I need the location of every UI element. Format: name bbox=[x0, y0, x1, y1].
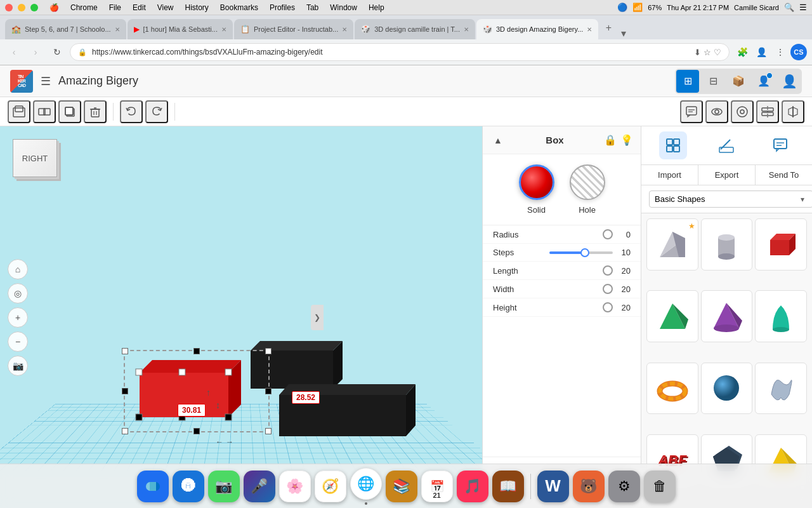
reload-button[interactable]: ↻ bbox=[48, 43, 66, 61]
tab-4[interactable]: 🎲 3D design camille train | T... ✕ bbox=[355, 19, 475, 39]
viewport[interactable]: RIGHT ⌂ ◎ + − 📷 bbox=[0, 126, 482, 508]
dock-siri[interactable]: 🎤 bbox=[244, 471, 275, 502]
hamburger-menu[interactable]: ☰ bbox=[41, 74, 51, 88]
profile-icon[interactable]: 👤 bbox=[752, 43, 770, 61]
home-view-btn[interactable]: ⌂ bbox=[8, 259, 28, 279]
tab-5[interactable]: 🎲 3D design Amazing Bigery... ✕ bbox=[476, 19, 598, 39]
solid-btn[interactable]: Solid bbox=[519, 164, 554, 215]
dock-chrome[interactable]: 🌐 bbox=[350, 468, 382, 505]
tab-overflow-button[interactable]: ▾ bbox=[619, 27, 629, 39]
list-view-btn[interactable]: ⊟ bbox=[702, 70, 724, 93]
properties-collapse-btn[interactable]: ❯ bbox=[311, 305, 324, 330]
length-circle-input[interactable] bbox=[603, 265, 613, 276]
dock-facetime[interactable]: 📷 bbox=[208, 471, 240, 502]
width-circle-input[interactable] bbox=[603, 284, 613, 294]
shape-item-paraboloid[interactable] bbox=[755, 290, 807, 342]
shape-item-torus[interactable] bbox=[646, 363, 698, 415]
ungroup-btn[interactable] bbox=[33, 100, 56, 123]
extensions-icon[interactable]: 🧩 bbox=[733, 43, 751, 61]
tab-1[interactable]: 🏫 Step 5, 6, and 7 | Schoolo... ✕ bbox=[5, 19, 126, 39]
shapes-grid-icon[interactable] bbox=[659, 131, 687, 159]
delete-btn[interactable] bbox=[84, 100, 107, 123]
menu-extras-icon[interactable]: ☰ bbox=[799, 3, 807, 12]
menu-file[interactable]: File bbox=[104, 2, 126, 13]
hide-btn[interactable] bbox=[705, 100, 728, 123]
shape-item-knot[interactable] bbox=[755, 363, 807, 415]
tab-3[interactable]: 📋 Project Editor - Instructab... ✕ bbox=[234, 19, 353, 39]
send-to-btn[interactable]: Send To bbox=[756, 165, 812, 185]
dock-books[interactable]: 📚 bbox=[386, 471, 417, 502]
menu-history[interactable]: History bbox=[180, 2, 214, 13]
dock-chrome-item[interactable]: 🌐 bbox=[350, 468, 382, 505]
menu-chrome[interactable]: Chrome bbox=[65, 2, 103, 13]
search-menu-icon[interactable]: 🔍 bbox=[784, 3, 794, 12]
hole-btn[interactable]: Hole bbox=[570, 164, 605, 215]
lock-icon[interactable]: 🔒 bbox=[604, 134, 617, 146]
tab-2-close[interactable]: ✕ bbox=[221, 26, 226, 33]
dock-appstore-item[interactable]: 🅐 bbox=[173, 471, 204, 502]
dock-word[interactable]: W bbox=[537, 471, 569, 502]
forward-button[interactable]: › bbox=[27, 43, 44, 61]
steps-slider[interactable] bbox=[549, 251, 613, 254]
dock-music-item[interactable]: 🎵 bbox=[457, 471, 488, 502]
dock-trash-item[interactable]: 🗑 bbox=[644, 471, 676, 502]
shape-item-sphere[interactable] bbox=[701, 363, 753, 415]
panel-collapse-btn[interactable]: ▲ bbox=[490, 133, 506, 148]
steps-slider-thumb[interactable] bbox=[580, 248, 589, 257]
radius-circle-input[interactable] bbox=[603, 229, 613, 239]
code-view-btn[interactable]: 📦 bbox=[727, 70, 750, 93]
shape-item-pyramid[interactable] bbox=[646, 290, 698, 342]
lightbulb-icon[interactable]: 💡 bbox=[620, 134, 633, 146]
align-left-btn[interactable] bbox=[731, 100, 754, 123]
duplicate-btn[interactable] bbox=[58, 100, 81, 123]
dock-bear[interactable]: 🐻 bbox=[573, 471, 605, 502]
dock-books2[interactable]: 📖 bbox=[492, 471, 524, 502]
grid-view-btn[interactable]: ⊞ bbox=[676, 70, 699, 93]
bookmark-icon[interactable]: ☆ bbox=[704, 48, 711, 57]
zoom-out-btn[interactable]: − bbox=[8, 331, 28, 352]
import-btn[interactable]: Import bbox=[641, 165, 698, 185]
redo-btn[interactable] bbox=[145, 100, 168, 123]
tab-3-close[interactable]: ✕ bbox=[342, 26, 347, 33]
view-cube[interactable]: RIGHT bbox=[13, 139, 63, 190]
dock-safari-item[interactable]: 🧭 bbox=[315, 471, 346, 502]
dock-books-item[interactable]: 📚 bbox=[386, 471, 417, 502]
close-window-btn[interactable] bbox=[5, 4, 13, 11]
dock-appstore[interactable]: 🅐 bbox=[173, 471, 204, 502]
more-menu-button[interactable]: ⋮ bbox=[771, 43, 789, 61]
height-circle-input[interactable] bbox=[603, 302, 613, 312]
dock-finder-item[interactable] bbox=[137, 471, 169, 502]
address-bar[interactable]: 🔒 https://www.tinkercad.com/things/bsdVX… bbox=[70, 43, 730, 61]
fullscreen-window-btn[interactable] bbox=[30, 4, 38, 11]
dock-music[interactable]: 🎵 bbox=[457, 471, 488, 502]
dock-siri-item[interactable]: 🎤 bbox=[244, 471, 275, 502]
dock-books2-item[interactable]: 📖 bbox=[492, 471, 524, 502]
shape-item-cylinder[interactable] bbox=[701, 218, 753, 271]
dock-calendar[interactable]: 📅 21 bbox=[421, 471, 453, 502]
dock-photos-item[interactable]: 🌸 bbox=[279, 471, 311, 502]
tab-4-close[interactable]: ✕ bbox=[464, 26, 469, 33]
fit-view-btn[interactable]: ◎ bbox=[8, 283, 28, 304]
document-title[interactable]: Amazing Bigery bbox=[58, 74, 667, 88]
mirror-btn[interactable] bbox=[782, 100, 804, 123]
zoom-in-btn[interactable]: + bbox=[8, 307, 28, 328]
menu-profiles[interactable]: Profiles bbox=[265, 2, 300, 13]
dock-trash[interactable]: 🗑 bbox=[644, 471, 676, 502]
dock-finder[interactable] bbox=[137, 471, 169, 502]
user-avatar[interactable]: CS bbox=[790, 44, 807, 60]
tab-1-close[interactable]: ✕ bbox=[115, 26, 120, 33]
shape-item-wedge[interactable]: ★ bbox=[646, 218, 698, 271]
comment-btn[interactable] bbox=[680, 100, 703, 123]
align-center-btn[interactable] bbox=[756, 100, 779, 123]
menu-tab[interactable]: Tab bbox=[301, 2, 324, 13]
group-btn[interactable] bbox=[8, 100, 30, 123]
tab-5-close[interactable]: ✕ bbox=[587, 26, 592, 33]
dock-word-item[interactable]: W bbox=[537, 471, 569, 502]
dock-safari[interactable]: 🧭 bbox=[315, 471, 346, 502]
shapes-category-dropdown[interactable]: Basic Shapes bbox=[649, 190, 812, 208]
dock-settings-item[interactable]: ⚙ bbox=[608, 471, 640, 502]
shapes-ruler-icon[interactable] bbox=[712, 131, 740, 159]
export-btn[interactable]: Export bbox=[698, 165, 756, 185]
user-menu-btn[interactable]: 👤 bbox=[752, 70, 775, 93]
view-cube-face[interactable]: RIGHT bbox=[13, 139, 57, 177]
